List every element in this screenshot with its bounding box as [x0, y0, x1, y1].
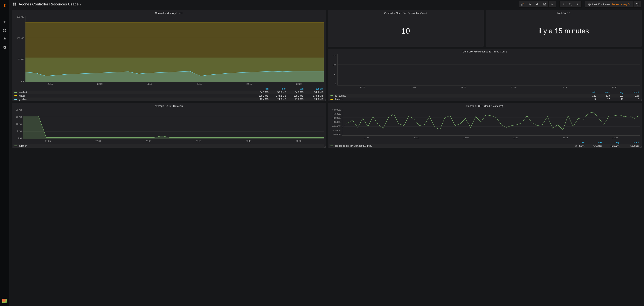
legend-row[interactable]: agones-controller-67b6b69d87-htvf73.7373… [329, 144, 640, 148]
share-button[interactable] [534, 1, 541, 7]
toolbar: + [518, 1, 556, 7]
resize-handle-icon[interactable] [640, 146, 642, 148]
save-button[interactable] [541, 1, 548, 7]
legend-row[interactable]: threads17171717 [329, 97, 640, 101]
topbar: Agones Controller Resources Usage▼ + [9, 0, 644, 8]
legend: duration [12, 144, 326, 148]
panel-fd-count[interactable]: Controller Open File Descriptior Count 1… [328, 10, 484, 47]
legend: min max avg current agones-controller-67… [328, 141, 642, 148]
dashboards-icon[interactable] [13, 2, 17, 6]
nav-dashboards-icon[interactable] [0, 26, 9, 34]
settings-button[interactable] [548, 1, 556, 7]
time-next-button[interactable] [574, 1, 582, 7]
grafana-logo[interactable] [0, 1, 9, 10]
dashboard-grid: Controller Open File Descriptior Count 1… [9, 8, 644, 306]
panel-title: Average Go GC Duration [12, 103, 326, 108]
svg-rect-8 [521, 4, 522, 6]
legend-row[interactable]: go routines122123122123 [329, 94, 640, 97]
svg-rect-10 [523, 3, 523, 6]
star-button[interactable] [526, 1, 534, 7]
svg-rect-4 [14, 2, 14, 4]
panel-title: Controller Memory Used [12, 10, 326, 15]
svg-rect-1 [5, 29, 6, 30]
panel-title: Controller CPU Used (% of core) [328, 103, 642, 108]
panel-title: Controller Go Routines & Thread Count [328, 48, 642, 54]
svg-rect-2 [3, 31, 4, 32]
side-nav [0, 0, 9, 306]
x-axis: 21:5522:0022:0522:1022:1522:20 [338, 85, 640, 89]
panel-memory[interactable]: Controller Memory Used 150 MB100 MB50 MB… [12, 10, 326, 101]
time-prev-button[interactable] [560, 1, 567, 7]
svg-point-13 [569, 3, 571, 5]
resize-handle-icon[interactable] [324, 146, 326, 148]
svg-text:+: + [523, 3, 524, 5]
y-axis: 20 ms15 ms10 ms5 ms0 ns [14, 109, 23, 139]
resize-handle-icon[interactable] [640, 99, 642, 101]
panel-title: Controller Open File Descriptior Count [328, 10, 484, 15]
chart: 150100500 21:5522:0022:0522:1022:1522:20 [328, 54, 642, 89]
svg-rect-0 [3, 29, 4, 30]
y-axis: 150100500 [330, 54, 338, 85]
legend-row[interactable]: virtual135.2 MB135.2 MB135.2 MB135.2 MB [13, 94, 324, 97]
nav-alerting-icon[interactable] [0, 34, 9, 43]
time-picker: Last 30 minutes Refresh every 5s [585, 1, 641, 7]
panel-routines[interactable]: Controller Go Routines & Thread Count 15… [328, 48, 642, 101]
user-avatar[interactable] [2, 299, 7, 303]
chart: 5.0000%4.7500%4.5000%4.2500%4.0000%3.750… [328, 108, 642, 139]
svg-rect-3 [5, 31, 6, 32]
panel-last-gc[interactable]: Last Go GC il y a 15 minutes [486, 10, 642, 47]
nav-create-icon[interactable] [0, 17, 9, 26]
time-range-button[interactable]: Last 30 minutes Refresh every 5s [585, 1, 634, 7]
stat-value: il y a 15 minutes [486, 15, 642, 47]
zoom-button[interactable] [567, 1, 574, 7]
resize-handle-icon[interactable] [324, 99, 326, 101]
x-axis: 21:5522:0022:0522:1022:1522:20 [25, 82, 324, 85]
time-nav [560, 1, 582, 7]
panel-title: Last Go GC [486, 10, 642, 15]
x-axis: 21:5522:0022:0522:1022:1522:20 [342, 136, 640, 139]
legend-row[interactable]: go alloc12.4 MB24.6 MB21.2 MB24.6 MB [13, 97, 324, 101]
stat-row: Controller Open File Descriptior Count 1… [328, 10, 642, 47]
dashboard-title[interactable]: Agones Controller Resources Usage▼ [19, 2, 82, 6]
chart: 150 MB100 MB50 MB0 B 21:5522:0022:0522:1… [12, 15, 326, 86]
legend: min max avg current go routines122123122… [328, 90, 642, 101]
svg-rect-7 [15, 4, 16, 5]
time-range-label: Last 30 minutes [592, 3, 610, 6]
chevron-down-icon: ▼ [79, 3, 82, 6]
svg-rect-6 [14, 4, 14, 5]
refresh-button[interactable] [634, 1, 641, 7]
svg-rect-9 [522, 3, 522, 6]
svg-rect-5 [15, 2, 16, 4]
x-axis: 21:5522:0022:0522:1022:1522:20 [23, 139, 324, 142]
refresh-rate-label: Refresh every 5s [612, 3, 630, 6]
panel-gc-duration[interactable]: Average Go GC Duration 20 ms15 ms10 ms5 … [12, 103, 326, 148]
y-axis: 5.0000%4.7500%4.5000%4.2500%4.0000%3.750… [330, 109, 342, 136]
chart: 20 ms15 ms10 ms5 ms0 ns 21:5522:0022:052… [12, 108, 326, 143]
add-panel-button[interactable]: + [518, 1, 526, 7]
stat-value: 10 [328, 15, 484, 47]
legend-row[interactable]: resident54.3 MB55.0 MB54.8 MB54.3 MB [13, 90, 324, 94]
svg-point-12 [552, 4, 552, 5]
legend-row[interactable]: duration [13, 144, 324, 148]
legend: min max avg current resident54.3 MB55.0 … [12, 87, 326, 101]
y-axis: 150 MB100 MB50 MB0 B [14, 16, 25, 82]
panel-cpu[interactable]: Controller CPU Used (% of core) 5.0000%4… [328, 103, 642, 148]
nav-config-icon[interactable] [0, 43, 9, 52]
